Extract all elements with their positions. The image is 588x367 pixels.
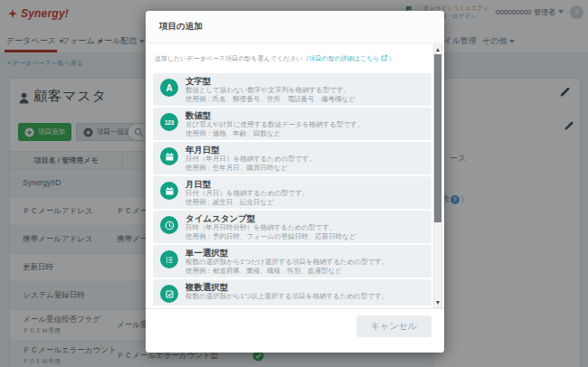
type-option-month-day[interactable]: 月日型 日付（月日）を格納するための型です。 使用例：誕生日、記念日など bbox=[153, 176, 432, 209]
type-option-text[interactable]: A 文字型 数値として扱わない数字や文字列を格納する型です。 使用例：氏名、郵便… bbox=[153, 73, 432, 106]
calendar-icon bbox=[160, 182, 178, 200]
modal-scrollbar[interactable] bbox=[433, 44, 442, 308]
clock-icon bbox=[160, 216, 178, 234]
cancel-button[interactable]: キャンセル bbox=[356, 315, 432, 337]
scrollbar-thumb[interactable] bbox=[434, 54, 441, 222]
type-option-multi-select[interactable]: 複数選択型 複数の選択肢から1つ以上選択する項目を格納するための型です。 bbox=[153, 279, 432, 306]
number-type-icon: 123 bbox=[160, 113, 178, 131]
type-option-number[interactable]: 123 数値型 並び替えや計算に使用する数値データを格納する型です。 使用例：価… bbox=[153, 108, 432, 140]
modal-footer: キャンセル bbox=[146, 308, 444, 353]
type-option-timestamp[interactable]: タイムスタンプ型 日時（年月日時分秒）を格納するための型です。 使用例：予約日時… bbox=[153, 211, 432, 243]
scroll-up-arrow-icon[interactable] bbox=[436, 48, 440, 52]
modal-body: 追加したいデータベース項目の型を選んでください（項目の型の詳細はこちら ） A … bbox=[146, 43, 444, 309]
add-field-modal: 項目の追加 追加したいデータベース項目の型を選んでください（項目の型の詳細はこち… bbox=[146, 11, 444, 353]
multi-select-icon bbox=[160, 285, 178, 303]
type-details-link[interactable]: （項目の型の詳細はこちら ） bbox=[302, 55, 394, 61]
type-option-single-select[interactable]: 単一選択型 複数の選択肢から1つだけ選択する項目を格納するための型です。 使用例… bbox=[153, 245, 432, 278]
text-type-icon: A bbox=[160, 79, 178, 97]
calendar-icon bbox=[160, 147, 178, 165]
single-select-icon bbox=[160, 250, 178, 268]
scroll-down-arrow-icon[interactable] bbox=[436, 301, 440, 305]
modal-intro: 追加したいデータベース項目の型を選んでください（項目の型の詳細はこちら ） bbox=[155, 54, 432, 63]
modal-title: 項目の追加 bbox=[146, 11, 444, 43]
type-option-date[interactable]: 年月日型 日付（年月日）を格納するための型です。 使用例：生年月日、購買日時など bbox=[153, 142, 432, 174]
